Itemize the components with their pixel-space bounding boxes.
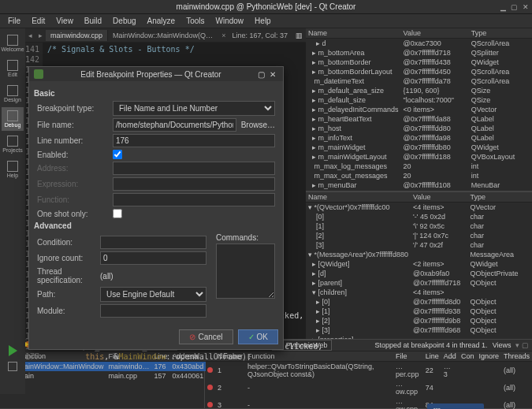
var-row[interactable]: ▸ [0]@0x7fffffffd8d0QObject: [306, 297, 532, 307]
menu-window[interactable]: Window: [211, 15, 249, 27]
editor-position[interactable]: Line: 167, Col: 37: [227, 30, 292, 41]
var-row[interactable]: ▸ m_heartBeatText@0x7fffffffda88QLabel: [306, 114, 532, 124]
menu-analyze[interactable]: Analyze: [143, 15, 180, 27]
ignore-count-input[interactable]: [100, 251, 206, 265]
menu-view[interactable]: View: [51, 15, 78, 27]
filename-input[interactable]: [113, 118, 236, 132]
menu-debug[interactable]: Debug: [108, 15, 140, 27]
basic-section-label: Basic: [34, 89, 275, 98]
close-icon[interactable]: ✕: [523, 3, 529, 11]
var-row[interactable]: ▸ m_mainWidgetLayout@0x7fffffffd188QVBox…: [306, 152, 532, 162]
var-row[interactable]: ▸ m_host@0x7fffffffdd80QLabel: [306, 124, 532, 133]
var-row[interactable]: ▸ d@0xac7300QScrollArea: [306, 39, 532, 48]
editor-tab[interactable]: mainwindow.cpp: [46, 30, 108, 41]
var-row[interactable]: ▾ *(MessageArea*)0x7fffffffd880MessageAr…: [306, 250, 532, 259]
var-row[interactable]: ▸ m_bottomBorder@0x7fffffffd438QWidget: [306, 58, 532, 67]
mode-debug[interactable]: Debug: [2, 107, 24, 131]
debugger-status: Stopped at breakpoint 4 in thread 1.: [375, 341, 488, 349]
var-row[interactable]: ▸ [d]@0xab9fa0QObjectPrivate: [306, 269, 532, 278]
var-row[interactable]: ▸ m_mainWidget@0x7fffffffdb80QWidget: [306, 143, 532, 152]
path-select[interactable]: Use Engine Default: [100, 287, 206, 302]
col-value[interactable]: Value: [411, 192, 467, 203]
var-row[interactable]: ▸ m_default_size"localhost:7000"QSize: [306, 95, 532, 105]
split-icon[interactable]: ▥: [292, 32, 306, 39]
var-row[interactable]: ▸ [3]@0x7fffffffd968QObject: [306, 325, 532, 335]
editor-breadcrumb[interactable]: MainWindow::MainWindow(QWi…: [108, 30, 220, 41]
mode-selector: WelcomeEditDesignDebugProjectsHelp: [0, 28, 25, 339]
thread-spec-value: (all): [100, 272, 113, 281]
breakpoint-row[interactable]: 2-…ow.cpp74(all): [205, 379, 532, 396]
var-row[interactable]: ▸ [parent]@0x7fffffffd718QObject: [306, 278, 532, 288]
mode-edit[interactable]: Edit: [2, 57, 24, 80]
app-icon: [34, 69, 43, 79]
var-row[interactable]: ▸ m_infoText@0x7fffffffda98QLabel: [306, 133, 532, 143]
col-type[interactable]: Type: [469, 28, 532, 39]
window-title: mainwindow.cpp @ PythonicWeb [dev] - Qt …: [177, 2, 356, 11]
col-type[interactable]: Type: [467, 192, 532, 203]
col-name[interactable]: Name: [306, 28, 401, 39]
dialog-title: Edit Breakpoint Properties — Qt Creator: [47, 70, 255, 79]
stack-row[interactable]: 2mainmain.cpp1570x440061: [0, 371, 206, 381]
menu-edit[interactable]: Edit: [27, 15, 50, 27]
breakpoint-type-select[interactable]: File Name and Line Number: [113, 101, 275, 116]
menu-build[interactable]: Build: [80, 15, 106, 27]
var-row[interactable]: ▾ [children]<4 items>: [306, 288, 532, 297]
var-row[interactable]: [2]'|' 124 0x7cchar: [306, 231, 532, 240]
stack-row[interactable]: ▸ 1MainWindow::MainWindowmainwindo…1760x…: [0, 362, 206, 372]
var-row[interactable]: ▸ [1]@0x7fffffffd938QObject: [306, 307, 532, 316]
dialog-close-icon[interactable]: ✕: [267, 70, 278, 79]
vim-mode: --- COMMAND ---: [427, 403, 485, 410]
menu-tools[interactable]: Tools: [181, 15, 209, 27]
var-row[interactable]: m_datetimeText@0x7fffffffda78QScrollArea: [306, 76, 532, 86]
back-icon[interactable]: ◂: [25, 32, 35, 39]
var-row[interactable]: [0]'-' 45 0x2dchar: [306, 212, 532, 221]
col-value[interactable]: Value: [401, 28, 469, 39]
var-row[interactable]: ▸ m_bottomArea@0x7fffffffd718QSplitter: [306, 48, 532, 58]
oneshot-checkbox[interactable]: [113, 209, 122, 218]
ok-button[interactable]: ✓OK: [238, 329, 278, 344]
var-row[interactable]: ▸ m_default_area_size{1190, 600}QSize: [306, 86, 532, 95]
expression-input: [113, 177, 275, 191]
lock-icon[interactable]: ×: [220, 32, 227, 39]
maximize-icon[interactable]: ▢: [511, 3, 518, 11]
var-row[interactable]: ▸ [properties]: [306, 335, 532, 340]
advanced-section-label: Advanced: [34, 221, 275, 230]
commands-textarea[interactable]: [216, 244, 275, 299]
enabled-checkbox[interactable]: [113, 150, 122, 159]
var-row[interactable]: ▸ m_delayedInitCommands<0 items>QVector: [306, 105, 532, 114]
menu-help[interactable]: Help: [250, 15, 276, 27]
mode-help[interactable]: Help: [2, 158, 24, 181]
views-toggle[interactable]: Views: [493, 341, 512, 349]
cancel-button[interactable]: ⊘Cancel: [179, 329, 233, 344]
minimize-icon[interactable]: ▁: [500, 3, 506, 11]
mode-design[interactable]: Design: [2, 82, 24, 106]
var-row[interactable]: ▸ m_menuBar@0x7fffffffd108MenuBar: [306, 180, 532, 190]
var-row[interactable]: ▸ [2]@0x7fffffffd9b8QObject: [306, 316, 532, 325]
breakpoint-properties-dialog: Edit Breakpoint Properties — Qt Creator …: [28, 66, 284, 350]
var-row[interactable]: ▾ *(QVector*)0x7fffffffdc00<4 items>QVec…: [306, 203, 532, 212]
menu-file[interactable]: File: [3, 15, 25, 27]
address-input: [113, 162, 275, 175]
var-row[interactable]: m_max_out_messages20int: [306, 171, 532, 180]
menubar: File Edit View Build Debug Analyze Tools…: [0, 14, 532, 28]
var-row[interactable]: [3]'/' 47 0x2fchar: [306, 240, 532, 250]
module-input[interactable]: [100, 304, 206, 318]
function-input: [113, 193, 275, 206]
breakpoint-row[interactable]: 1helper::QVarToStringBasicData(QString, …: [205, 362, 532, 380]
line-number-input[interactable]: [113, 134, 275, 147]
watch-view[interactable]: Name Value Type ▾ *(QVector*)0x7fffffffd…: [306, 192, 532, 339]
mode-projects[interactable]: Projects: [2, 132, 24, 156]
titlebar: mainwindow.cpp @ PythonicWeb [dev] - Qt …: [0, 0, 532, 14]
browse-button[interactable]: Browse…: [241, 121, 275, 129]
var-row[interactable]: ▸ m_bottomBorderLayout@0x7fffffffd450QSc…: [306, 67, 532, 76]
fwd-icon[interactable]: ▸: [35, 32, 46, 39]
dialog-maximize-icon[interactable]: ▢: [255, 70, 267, 79]
var-row[interactable]: [1]'\' 92 0x5cchar: [306, 221, 532, 231]
var-row[interactable]: m_max_log_messages20int: [306, 162, 532, 171]
var-row[interactable]: ▸ [QWidget]<2 items>QWidget: [306, 259, 532, 269]
run-button[interactable]: [9, 345, 17, 356]
locals-view[interactable]: Name Value Type ▸ d@0xac7300QScrollArea …: [306, 28, 532, 192]
mode-welcome[interactable]: Welcome: [2, 32, 24, 55]
build-button[interactable]: [8, 362, 17, 371]
condition-input[interactable]: [100, 236, 206, 249]
